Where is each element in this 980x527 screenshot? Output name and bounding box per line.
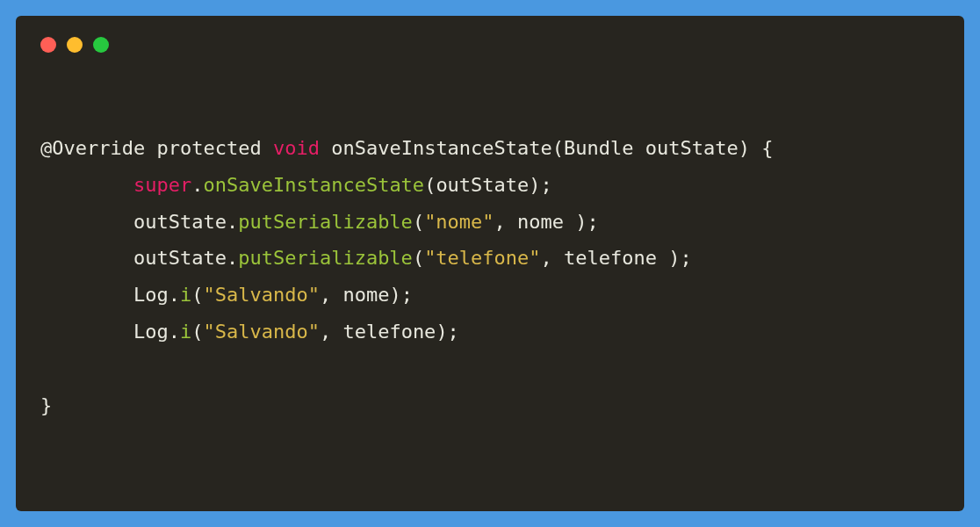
code-line-5: Log.i("Salvando", nome); (40, 284, 413, 306)
method-call: i (180, 284, 191, 306)
string-literal: "Salvando" (203, 321, 319, 343)
code-window: @Override protected void onSaveInstanceS… (16, 16, 964, 511)
method-call: putSerializable (238, 247, 413, 269)
return-type: void (273, 137, 320, 159)
close-icon[interactable] (40, 37, 56, 53)
code-line-2: super.onSaveInstanceState(outState); (40, 174, 552, 196)
method-call: i (180, 321, 191, 343)
code-line-4: outState.putSerializable("telefone", tel… (40, 247, 692, 269)
code-line-3: outState.putSerializable("nome", nome ); (40, 211, 599, 233)
string-literal: "nome" (424, 211, 494, 233)
code-line-8: } (40, 394, 52, 416)
maximize-icon[interactable] (93, 37, 109, 53)
param-type: Bundle (564, 137, 633, 159)
minimize-icon[interactable] (67, 37, 83, 53)
method-call: onSaveInstanceState (203, 174, 424, 196)
annotation: @Override (40, 137, 145, 159)
super-keyword: super (133, 174, 191, 196)
code-block: @Override protected void onSaveInstanceS… (40, 130, 940, 423)
window-controls (40, 37, 940, 53)
string-literal: "Salvando" (203, 284, 319, 306)
method-call: putSerializable (238, 211, 413, 233)
code-line-6: Log.i("Salvando", telefone); (40, 321, 459, 343)
string-literal: "telefone" (424, 247, 540, 269)
param-name: outState (645, 137, 739, 159)
modifier: protected (156, 137, 261, 159)
code-line-1: @Override protected void onSaveInstanceS… (40, 137, 774, 159)
method-name: onSaveInstanceState (331, 137, 552, 159)
